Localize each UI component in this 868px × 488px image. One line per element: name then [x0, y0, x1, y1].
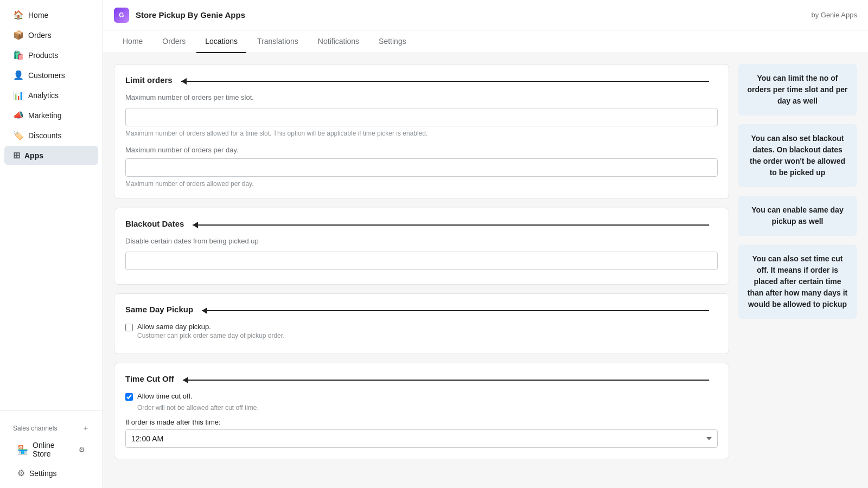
sidebar-nav: 🏠Home📦Orders🛍️Products👤Customers📊Analyti… [0, 0, 103, 410]
apps-icon: ⊞ [13, 150, 20, 160]
same-day-checkbox-hint: Customer can pick order same day of pick… [137, 332, 284, 339]
limit-orders-card: Limit orders Maximum number of orders pe… [114, 64, 729, 199]
tooltip-limit-orders: You can limit the no of orders per time … [738, 64, 857, 115]
sidebar-item-marketing[interactable]: 📣Marketing [4, 106, 98, 125]
same-day-checkbox[interactable] [125, 324, 133, 331]
online-store-icon: 🏪 [17, 445, 28, 455]
time-cut-off-checkbox-row: Allow time cut off. [125, 392, 718, 401]
sidebar-item-label-apps: Apps [24, 151, 43, 160]
tab-settings[interactable]: Settings [370, 30, 415, 53]
tooltips-column: You can limit the no of orders per time … [738, 64, 857, 319]
blackout-dates-subtitle: Disable certain dates from being picked … [125, 237, 718, 245]
topbar-by: by Genie Apps [811, 11, 857, 19]
same-day-pickup-card: Same Day Pickup Allow same day pickup. C… [114, 293, 729, 354]
sidebar-item-customers[interactable]: 👤Customers [4, 66, 98, 85]
per-day-section: Maximum number of orders per day. Maximu… [125, 146, 718, 188]
marketing-icon: 📣 [13, 110, 24, 120]
per-day-label: Maximum number of orders per day. [125, 146, 718, 154]
tooltip-same-day: You can enable same day pickup as well [738, 196, 857, 236]
tab-notifications[interactable]: Notifications [309, 30, 368, 53]
sidebar: 🏠Home📦Orders🛍️Products👤Customers📊Analyti… [0, 0, 103, 488]
time-cut-off-hint: Order will not be allowed after cut off … [137, 404, 718, 412]
sidebar-item-settings[interactable]: ⚙ Settings [9, 464, 94, 483]
products-icon: 🛍️ [13, 50, 24, 60]
limit-orders-per-day-input[interactable] [125, 158, 718, 177]
home-icon: 🏠 [13, 10, 24, 20]
sidebar-item-label-customers: Customers [28, 71, 65, 80]
settings-icon: ⚙ [17, 468, 25, 478]
limit-orders-per-slot-hint: Maximum number of orders allowed for a t… [125, 130, 718, 137]
time-cut-off-checkbox-label: Allow time cut off. [137, 392, 193, 400]
sidebar-item-analytics[interactable]: 📊Analytics [4, 86, 98, 105]
time-cut-off-card: Time Cut Off Allow time cut off. Order w… [114, 363, 729, 459]
after-time-label: If order is made after this time: [125, 418, 718, 426]
time-cut-off-label-col: Allow time cut off. [137, 392, 193, 400]
limit-orders-title: Limit orders [125, 75, 173, 85]
sidebar-item-label-home: Home [28, 11, 48, 20]
time-select-wrapper: 12:00 AM 1:00 AM 2:00 AM 12:00 PM 1:00 P… [125, 429, 718, 448]
sidebar-item-apps[interactable]: ⊞Apps [4, 146, 98, 165]
tabs: HomeOrdersLocationsTranslationsNotificat… [103, 30, 868, 53]
same-day-checkbox-label: Allow same day pickup. [137, 323, 284, 331]
tooltip-blackout-dates: You can also set blackout dates. On blac… [738, 124, 857, 187]
sales-channels-label: Sales channels [13, 425, 57, 432]
add-sales-channel-icon[interactable]: ＋ [82, 423, 90, 433]
limit-orders-per-slot-input[interactable] [125, 108, 718, 126]
online-store-label: Online Store [33, 441, 74, 458]
tab-locations[interactable]: Locations [196, 30, 246, 53]
content: Limit orders Maximum number of orders pe… [103, 53, 868, 488]
sidebar-item-label-products: Products [28, 51, 58, 60]
same-day-checkbox-row: Allow same day pickup. Customer can pick… [125, 323, 718, 339]
sidebar-item-label-orders: Orders [28, 31, 52, 40]
time-cut-off-arrow-row: Time Cut Off [125, 374, 718, 386]
customers-icon: 👤 [13, 70, 24, 80]
sidebar-item-orders[interactable]: 📦Orders [4, 25, 98, 44]
sidebar-item-home[interactable]: 🏠Home [4, 5, 98, 24]
topbar-left: G Store Pickup By Genie Apps [114, 8, 245, 23]
orders-icon: 📦 [13, 30, 24, 40]
limit-orders-per-day-hint: Maximum number of orders allowed per day… [125, 180, 718, 188]
limit-orders-arrow-row: Limit orders [125, 75, 718, 87]
settings-label: Settings [29, 469, 57, 478]
sidebar-item-label-discounts: Discounts [28, 131, 61, 140]
same-day-checkbox-label-col: Allow same day pickup. Customer can pick… [137, 323, 284, 339]
limit-orders-subtitle: Maximum number of orders per time slot. [125, 93, 718, 101]
discounts-icon: 🏷️ [13, 130, 24, 140]
sales-channels-header: Sales channels ＋ [4, 415, 98, 435]
sidebar-item-discounts[interactable]: 🏷️Discounts [4, 126, 98, 145]
time-cut-off-checkbox[interactable] [125, 393, 133, 401]
sidebar-item-online-store[interactable]: 🏪 Online Store ⚙ [9, 436, 94, 463]
sidebar-item-label-analytics: Analytics [28, 91, 59, 100]
analytics-icon: 📊 [13, 90, 24, 100]
tooltip-time-cut-off: You can also set time cut off. It means … [738, 245, 857, 319]
online-store-settings-icon[interactable]: ⚙ [79, 446, 85, 454]
tab-home[interactable]: Home [114, 30, 151, 53]
app-title: Store Pickup By Genie Apps [136, 10, 245, 20]
topbar: G Store Pickup By Genie Apps by Genie Ap… [103, 0, 868, 30]
same-day-pickup-title: Same Day Pickup [125, 305, 193, 314]
sidebar-bottom: Sales channels ＋ 🏪 Online Store ⚙ ⚙ Sett… [0, 410, 103, 488]
tab-translations[interactable]: Translations [248, 30, 307, 53]
blackout-dates-input[interactable] [125, 252, 718, 270]
same-day-pickup-arrow-row: Same Day Pickup [125, 305, 718, 316]
tab-orders[interactable]: Orders [154, 30, 194, 53]
blackout-dates-card: Blackout Dates Disable certain dates fro… [114, 208, 729, 285]
time-cut-off-select[interactable]: 12:00 AM 1:00 AM 2:00 AM 12:00 PM 1:00 P… [125, 429, 718, 448]
blackout-dates-arrow-row: Blackout Dates [125, 219, 718, 230]
time-cut-off-title: Time Cut Off [125, 374, 174, 383]
sidebar-item-label-marketing: Marketing [28, 111, 61, 120]
content-main: Limit orders Maximum number of orders pe… [114, 64, 729, 459]
sidebar-item-products[interactable]: 🛍️Products [4, 46, 98, 65]
main: G Store Pickup By Genie Apps by Genie Ap… [103, 0, 868, 488]
app-logo: G [114, 8, 129, 23]
blackout-dates-title: Blackout Dates [125, 219, 184, 228]
